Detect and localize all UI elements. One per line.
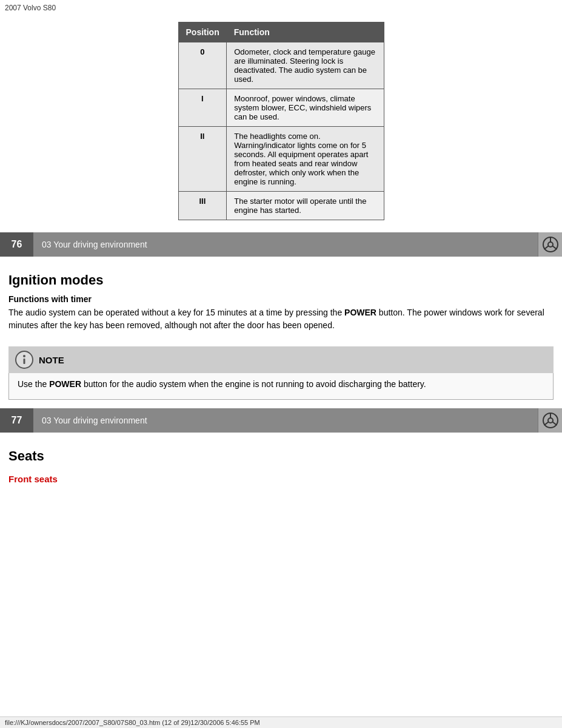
svg-line-11 xyxy=(544,422,548,426)
svg-line-12 xyxy=(552,422,557,426)
svg-point-1 xyxy=(548,242,553,247)
svg-line-4 xyxy=(552,246,557,250)
body-text-functions: The audio system can be operated without… xyxy=(0,306,562,340)
section-heading-seats: Seats xyxy=(0,442,562,470)
steering-wheel-icon-1 xyxy=(538,232,562,257)
page-number-77: 77 xyxy=(0,408,33,433)
status-text: file:///KJ/ownersdocs/2007/2007_S80/07S8… xyxy=(5,719,260,726)
note-body: Use the POWER button for the audio syste… xyxy=(8,373,554,400)
info-icon xyxy=(15,350,34,369)
table-header-function: Function xyxy=(227,22,384,42)
table-cell-position-3: III xyxy=(178,192,227,220)
note-label: NOTE xyxy=(39,355,64,365)
footer-bar-1: 76 03 Your driving environment xyxy=(0,232,562,257)
table-cell-function-2: The headlights come on. Warning/indicato… xyxy=(227,127,384,192)
section-heading-ignition: Ignition modes xyxy=(0,266,562,294)
note-bar: NOTE xyxy=(8,346,554,373)
sub-heading-functions: Functions with timer xyxy=(0,294,562,306)
table-cell-function-0: Odometer, clock and temperature gauge ar… xyxy=(227,42,384,89)
footer-bar-2: 77 03 Your driving environment xyxy=(0,408,562,433)
table-header-position: Position xyxy=(178,22,227,42)
svg-rect-7 xyxy=(24,359,25,364)
steering-wheel-icon-2 xyxy=(538,408,562,433)
chapter-label-76: 03 Your driving environment xyxy=(33,240,538,249)
front-seats-heading: Front seats xyxy=(0,470,562,487)
page-number-76: 76 xyxy=(0,232,33,257)
table-cell-position-2: II xyxy=(178,127,227,192)
table-cell-position-0: 0 xyxy=(178,42,227,89)
status-bar: file:///KJ/ownersdocs/2007/2007_S80/07S8… xyxy=(0,716,562,728)
table-cell-function-3: The starter motor will operate until the… xyxy=(227,192,384,220)
page-title: 2007 Volvo S80 xyxy=(0,0,562,16)
table-cell-position-1: I xyxy=(178,89,227,127)
svg-point-9 xyxy=(548,418,553,423)
svg-line-3 xyxy=(544,246,548,250)
chapter-label-77: 03 Your driving environment xyxy=(33,416,538,425)
ignition-table: Position Function 0Odometer, clock and t… xyxy=(178,22,384,220)
ignition-table-container: Position Function 0Odometer, clock and t… xyxy=(0,16,562,232)
svg-point-6 xyxy=(23,355,25,357)
table-cell-function-1: Moonroof, power windows, climate system … xyxy=(227,89,384,127)
